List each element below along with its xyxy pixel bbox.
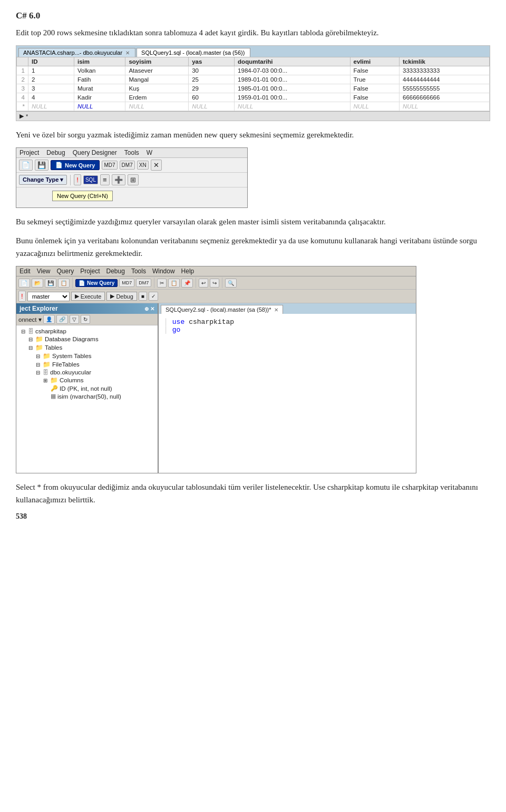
null-cell: NULL bbox=[28, 102, 74, 111]
col-rownum bbox=[17, 57, 28, 66]
menu-debug[interactable]: Debug bbox=[46, 149, 65, 156]
menu-w[interactable]: W bbox=[147, 149, 152, 156]
table-cell: 33333333333 bbox=[400, 66, 490, 75]
table-null-row: *NULLNULLNULLNULLNULLNULLNULL bbox=[17, 102, 490, 111]
page-number: 538 bbox=[16, 512, 490, 521]
toolbar-icon-new[interactable]: 📄 bbox=[19, 160, 33, 171]
tree-expand-icon[interactable]: ⊞ bbox=[43, 378, 47, 383]
menu2-window[interactable]: Window bbox=[152, 268, 175, 275]
connect-label[interactable]: onnect ▾ bbox=[18, 316, 42, 323]
ssms2-db-select[interactable]: master bbox=[27, 292, 70, 301]
table-cell: 2 bbox=[28, 75, 74, 84]
explorer-refresh-icon[interactable]: ↻ bbox=[81, 315, 90, 324]
execute-button[interactable]: ▶ Execute bbox=[71, 292, 105, 301]
tree-expand-icon[interactable]: ⊟ bbox=[28, 345, 33, 351]
ssms2-icon-sq[interactable]: ■ bbox=[139, 292, 147, 301]
tree-expand-icon[interactable]: ⊟ bbox=[21, 329, 25, 334]
menu2-tools[interactable]: Tools bbox=[131, 268, 146, 275]
menu-query-designer[interactable]: Query Designer bbox=[73, 149, 117, 156]
ssms2-icon-paste[interactable]: 📌 bbox=[181, 279, 193, 288]
toolbar-icon-xn[interactable]: XN bbox=[137, 161, 149, 170]
ssms2-icon-md7[interactable]: MD7 bbox=[119, 279, 134, 287]
col-soyisim: soyisim bbox=[125, 57, 189, 66]
tree-item[interactable]: ⊟📁System Tables bbox=[17, 352, 157, 360]
ssms2-icon-search[interactable]: 🔍 bbox=[225, 279, 237, 288]
tree-item[interactable]: ⊞📁Columns bbox=[17, 376, 157, 384]
toolbar-icon-sql[interactable]: SQL bbox=[83, 175, 98, 184]
tree-item[interactable]: ⊟📁FileTables bbox=[17, 360, 157, 369]
tree-item[interactable]: 🔑ID (PK, int, not null) bbox=[17, 384, 157, 392]
new-query-icon: 📄 bbox=[55, 162, 63, 169]
ssms2-new-query[interactable]: 📄 New Query bbox=[75, 279, 118, 287]
ssms2-screenshot: Edit View Query Project Debug Tools Wind… bbox=[16, 266, 416, 473]
query-tab-close-icon[interactable]: ✕ bbox=[274, 307, 278, 313]
tree-item[interactable]: ⊟📁Database Diagrams bbox=[17, 335, 157, 343]
ssms2-icon-check[interactable]: ✓ bbox=[149, 292, 158, 301]
menu-tools[interactable]: Tools bbox=[124, 149, 139, 156]
menu2-project[interactable]: Project bbox=[80, 268, 100, 275]
tree-item[interactable]: ⊟📁Tables bbox=[17, 343, 157, 352]
table-cell: True bbox=[350, 75, 400, 84]
toolbar-icon-md7[interactable]: MD7 bbox=[102, 161, 117, 170]
ssms2-icon-undo[interactable]: ↩ bbox=[199, 279, 208, 288]
ssms2-icon1[interactable]: 📄 bbox=[18, 279, 30, 288]
table-cell: False bbox=[350, 93, 400, 102]
tree-expand-icon[interactable]: ⊟ bbox=[28, 336, 33, 342]
debug-button[interactable]: ▶ Debug bbox=[106, 292, 137, 301]
menu-project[interactable]: Project bbox=[20, 149, 39, 156]
cell-rownum: 1 bbox=[17, 66, 28, 75]
query-tab-label: SQLQuery2.sql - (local).master (sa (58))… bbox=[166, 306, 271, 313]
change-type-button[interactable]: Change Type ▾ bbox=[19, 175, 67, 185]
tab1[interactable]: ANASTACIA.csharp...- dbo.okuyucular ✕ bbox=[18, 48, 135, 57]
table-cell: Kuş bbox=[125, 84, 189, 93]
folder-icon: 📁 bbox=[50, 377, 58, 384]
tree-item[interactable]: ⊟🗄dbo.okuyucular bbox=[17, 369, 157, 376]
db-icon: 🗄 bbox=[43, 369, 48, 375]
table-cell: Murat bbox=[74, 84, 125, 93]
ssms2-icon-redo[interactable]: ↪ bbox=[210, 279, 219, 288]
query-kw-go: go bbox=[172, 326, 181, 334]
tree-item[interactable]: ⊟🗄csharpkitap bbox=[17, 328, 157, 335]
ssms2-icon4[interactable]: 📋 bbox=[58, 279, 70, 288]
table-cell: 25 bbox=[189, 75, 235, 84]
tab2[interactable]: SQLQuery1.sql - (local).master (sa (56)) bbox=[137, 48, 250, 57]
tab2-label: SQLQuery1.sql - (local).master (sa (56)) bbox=[141, 49, 245, 56]
query-area[interactable]: │ use csharpkitap │ go bbox=[159, 314, 416, 338]
ssms2-icon-cut[interactable]: ✂ bbox=[157, 279, 167, 288]
tree-item[interactable]: ▦isim (nvarchar(50), null) bbox=[17, 392, 157, 400]
menu2-edit[interactable]: Edit bbox=[20, 268, 31, 275]
tree-expand-icon[interactable]: ⊟ bbox=[36, 370, 40, 375]
tab1-close-icon[interactable]: ✕ bbox=[125, 50, 130, 56]
toolbar-icon-excl[interactable]: ! bbox=[74, 174, 81, 185]
toolbar-icon-add[interactable]: ➕ bbox=[112, 174, 125, 185]
new-query-button[interactable]: 📄 New Query bbox=[51, 160, 100, 170]
toolbar-icon-save[interactable]: 💾 bbox=[35, 160, 48, 171]
toolbar-icon-lines[interactable]: ≡ bbox=[100, 174, 110, 185]
menu2-view[interactable]: View bbox=[37, 268, 51, 275]
null-cell: NULL bbox=[125, 102, 189, 111]
toolbar-icon-grid[interactable]: ⊞ bbox=[128, 174, 139, 185]
ssms2-exclaim[interactable]: ! bbox=[18, 291, 26, 302]
tree-item-label: ID (PK, int, not null) bbox=[60, 385, 112, 392]
explorer-filter-icon[interactable]: ▽ bbox=[70, 315, 79, 324]
null-cell: NULL bbox=[400, 102, 490, 111]
table-cell: 66666666666 bbox=[400, 93, 490, 102]
tree-item-label: csharpkitap bbox=[35, 328, 66, 334]
ssms2-icon-dm7[interactable]: DM7 bbox=[136, 279, 151, 287]
menu2-query[interactable]: Query bbox=[56, 268, 74, 275]
table-screenshot: ANASTACIA.csharp...- dbo.okuyucular ✕ SQ… bbox=[16, 45, 490, 121]
menu2-debug[interactable]: Debug bbox=[106, 268, 125, 275]
toolbar-icon-dm7[interactable]: DM7 bbox=[120, 161, 135, 170]
toolbar-icon-extra[interactable]: ✕ bbox=[151, 160, 162, 171]
ssms2-icon-copy[interactable]: 📋 bbox=[168, 279, 180, 288]
explorer-dock-icon[interactable]: ⊕ ✕ bbox=[144, 306, 154, 312]
null-row-indicator: * bbox=[17, 102, 28, 111]
ssms2-icon3[interactable]: 💾 bbox=[45, 279, 56, 288]
menu2-help[interactable]: Help bbox=[181, 268, 194, 275]
explorer-icon2[interactable]: 🔗 bbox=[56, 315, 68, 324]
explorer-icon1[interactable]: 👤 bbox=[43, 315, 55, 324]
ssms2-icon2[interactable]: 📂 bbox=[32, 279, 43, 288]
tree-expand-icon[interactable]: ⊟ bbox=[36, 353, 40, 359]
query-tab[interactable]: SQLQuery2.sql - (local).master (sa (58))… bbox=[161, 305, 283, 314]
tree-expand-icon[interactable]: ⊟ bbox=[36, 362, 40, 368]
